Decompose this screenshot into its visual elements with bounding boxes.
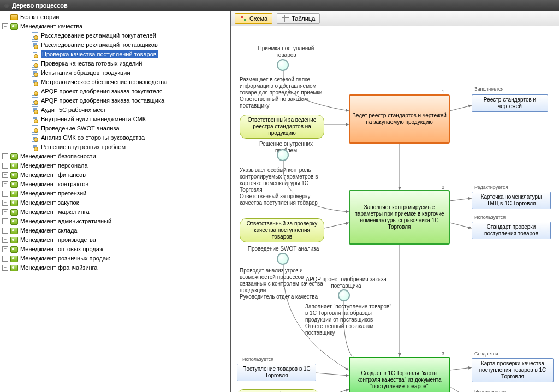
tree-item[interactable]: Без категории <box>0 13 230 22</box>
tree-item[interactable]: Анализ СМК со стороны руководства <box>0 133 230 142</box>
expander-placeholder <box>23 33 29 39</box>
tree-item-label: Расследование рекламаций покупателей <box>41 32 156 40</box>
tree-item[interactable]: Внутренний аудит менеджмента СМК <box>0 115 230 124</box>
tree-item[interactable]: APQP проект одобрения заказа покупателя <box>0 87 230 96</box>
expand-icon[interactable]: + <box>2 172 8 178</box>
process-step-1[interactable]: Ведет реестр стандартов и чертежей на за… <box>349 94 450 144</box>
output-box-1[interactable]: Реестр стандартов и чертежей <box>472 94 548 112</box>
output-box-4[interactable]: Карта проверки качества поступления това… <box>472 358 554 382</box>
tree-item-label: Проверка качества поступлений товаров <box>41 50 158 58</box>
expander-placeholder <box>23 116 29 122</box>
tree-item[interactable]: +Менеджмент склада <box>0 226 230 235</box>
expand-icon[interactable]: + <box>2 200 8 206</box>
expand-icon[interactable]: + <box>2 218 8 224</box>
expand-icon[interactable]: + <box>2 209 8 215</box>
process-step-3[interactable]: Создает в 1С Торговля "карты контроля ка… <box>349 357 450 392</box>
tree-item-label: Менеджмент безопасности <box>20 152 96 161</box>
tree-item-label: Менеджмент качества <box>20 22 82 31</box>
role-box-2[interactable]: Ответственный за проверку качества посту… <box>240 218 324 242</box>
step-num-2: 2 <box>442 185 444 190</box>
expand-icon[interactable]: + <box>2 163 8 169</box>
package-icon <box>10 180 19 188</box>
tree-item-label: Аудит 5С рабочих мест <box>41 106 106 114</box>
tree-item[interactable]: +Менеджмент административный <box>0 217 230 226</box>
tree-item[interactable]: +Менеджмент закупок <box>0 198 230 207</box>
step-num-1: 1 <box>442 89 444 94</box>
process-doc-icon <box>31 32 39 40</box>
process-doc-icon <box>31 97 39 105</box>
package-icon <box>10 227 19 235</box>
tree-item[interactable]: Решение внутренних проблем <box>0 142 230 152</box>
tree-item[interactable]: +Менеджмент розничных продаж <box>0 254 230 263</box>
tree-item[interactable]: Проверка качества поступлений товаров <box>0 50 230 59</box>
package-icon <box>10 22 19 31</box>
out-label-5: Используется <box>474 389 506 392</box>
expand-icon[interactable]: + <box>2 191 8 197</box>
process-tree[interactable]: Без категории−Менеджмент качестваРасслед… <box>0 11 231 392</box>
process-doc-icon <box>31 87 39 96</box>
tree-item-label: Менеджмент административный <box>20 217 111 225</box>
table-label: Таблица <box>292 15 315 22</box>
input-doc-1[interactable]: Поступление товаров в 1С Торговля <box>237 364 316 381</box>
tree-item[interactable]: Расследование рекламаций поставщиков <box>0 40 230 50</box>
expand-icon[interactable]: + <box>2 228 8 234</box>
process-doc-icon <box>31 78 39 86</box>
tree-item[interactable]: APQP проект одобрения заказа поставщика <box>0 96 230 105</box>
tree-item[interactable]: Проведение SWOT анализа <box>0 124 230 133</box>
tree-item[interactable]: Проверка качества готовых изделий <box>0 59 230 68</box>
table-view-button[interactable]: Таблица <box>277 13 320 24</box>
collapse-icon[interactable]: − <box>2 23 8 29</box>
out-label-3: Используется <box>474 215 506 220</box>
tree-item[interactable]: −Менеджмент качества <box>0 22 230 31</box>
expand-icon[interactable]: + <box>2 181 8 187</box>
tree-item[interactable]: +Менеджмент маркетинга <box>0 207 230 217</box>
output-box-3[interactable]: Стандарт проверки поступления товаров <box>472 222 551 239</box>
step-num-3: 3 <box>442 351 444 357</box>
tree-item[interactable]: +Менеджмент претензий <box>0 189 230 198</box>
input-desc-2: Указывает особый контроль контролируемых… <box>240 167 332 206</box>
tree-item[interactable]: +Менеджмент персонала <box>0 161 230 170</box>
output-box-2[interactable]: Карточка номенклатуры ТМЦ в 1С Торговля <box>472 192 551 209</box>
diagram-canvas[interactable]: Приемка поступлений товаров Размещает в … <box>231 26 559 392</box>
tree-item[interactable]: +Менеджмент финансов <box>0 170 230 180</box>
tree-item[interactable]: +Менеджмент контрактов <box>0 180 230 189</box>
role-box-1[interactable]: Ответственный за ведение реестра стандар… <box>240 115 324 139</box>
role-box-3[interactable]: Ответственный за проверку качества посту… <box>237 389 319 392</box>
tree-item[interactable]: +Менеджмент производства <box>0 235 230 245</box>
schema-view-button[interactable]: Схема <box>235 13 272 24</box>
process-doc-icon <box>31 69 39 77</box>
process-doc-icon <box>31 60 39 68</box>
tree-item-label: Без категории <box>20 13 59 21</box>
expander-placeholder <box>23 70 29 76</box>
input-title-4: APQP проект одобрения заказа поставщика <box>305 276 387 289</box>
interface-node-4[interactable] <box>338 289 350 301</box>
schema-label: Схема <box>249 15 267 22</box>
tree-item[interactable]: Аудит 5С рабочих мест <box>0 105 230 115</box>
interface-node-1[interactable] <box>277 59 289 71</box>
interface-node-2[interactable] <box>277 149 289 161</box>
expand-icon[interactable]: + <box>2 237 8 243</box>
tree-item[interactable]: Метрологическое обеспечение производства <box>0 78 230 87</box>
tree-item-label: APQP проект одобрения заказа поставщика <box>41 97 164 105</box>
out-label-2: Редактируется <box>474 185 508 190</box>
expand-icon[interactable]: + <box>2 153 8 159</box>
tree-item[interactable]: Испытания образцов продукции <box>0 68 230 78</box>
tree-item-label: Менеджмент претензий <box>20 189 86 198</box>
package-icon <box>10 236 19 244</box>
process-step-2[interactable]: Заполняет контролируемые параметры при п… <box>349 190 450 245</box>
expand-icon[interactable]: + <box>2 265 8 271</box>
out-label-1: Заполняется <box>474 86 503 92</box>
expand-icon[interactable]: + <box>2 246 8 252</box>
expander-placeholder <box>23 107 29 113</box>
tree-item[interactable]: +Менеджмент франчайзинга <box>0 263 230 272</box>
expand-icon[interactable]: + <box>2 256 8 262</box>
interface-node-3[interactable] <box>277 253 289 265</box>
input-title-1: Приемка поступлений товаров <box>251 45 322 58</box>
tree-item-label: Менеджмент оптовых продаж <box>20 245 103 253</box>
tree-item-label: Внутренний аудит менеджмента СМК <box>41 115 146 123</box>
tree-item[interactable]: +Менеджмент безопасности <box>0 152 230 161</box>
tree-item[interactable]: +Менеджмент оптовых продаж <box>0 245 230 254</box>
tree-item[interactable]: Расследование рекламаций покупателей <box>0 31 230 40</box>
package-icon <box>10 254 19 263</box>
package-icon <box>10 171 19 179</box>
